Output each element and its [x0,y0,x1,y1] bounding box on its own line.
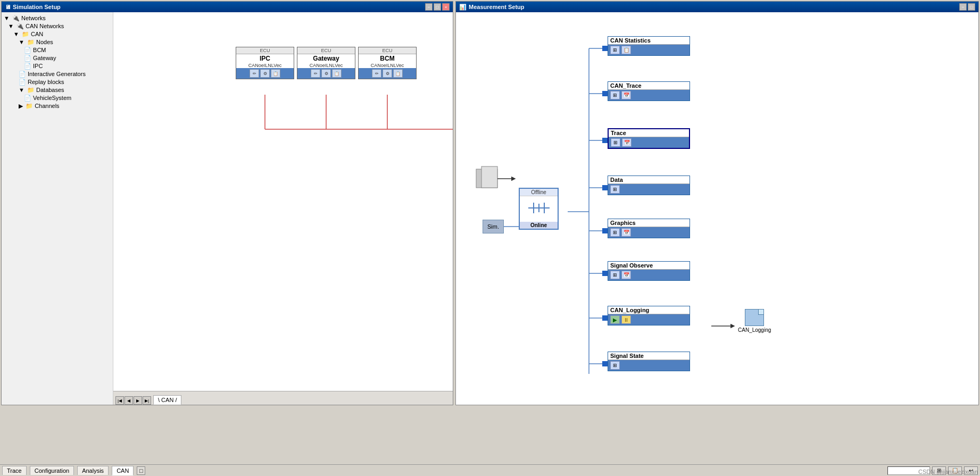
sim-close-btn[interactable]: × [442,3,450,11]
tab-icon-btn[interactable]: □ [137,466,145,475]
can-collapse-icon: ▼ [13,31,19,37]
meas-window-icon: 📊 [459,4,467,11]
sidebar-item-nodes[interactable]: ▼ 📁 Nodes [4,38,111,46]
ecu-ipc-header: ECU [236,47,294,54]
csdn-watermark: CSDN @jianxuezixuan [918,469,978,475]
signal-observe-icons: ⊞ 📅 [608,270,690,280]
signal-state-icon[interactable]: ⊞ [610,361,620,370]
data-table-icon[interactable]: ⊞ [610,185,620,194]
tab-analysis[interactable]: Analysis [77,466,109,475]
ecu-gateway-info-btn[interactable]: 📋 [332,69,342,78]
can-trace-table-icon[interactable]: ⊞ [610,91,620,99]
sim-title-text: 🖥 Simulation Setup [5,4,61,10]
nodes-icon: 📁 [27,39,35,45]
graphics-cal-icon[interactable]: 📅 [621,228,631,237]
nav-next-btn[interactable]: ▶ [134,396,142,405]
windows-row: 🖥 Simulation Setup − □ × ▼ 🔌 Networks [0,0,980,464]
can-stats-table-icon[interactable]: ⊞ [610,46,620,54]
bcm-icon: 📄 [24,47,31,53]
can-logging-play-icon[interactable]: ▶ [610,315,620,324]
measurement-setup-window: 📊 Measurement Setup − □ [455,1,979,405]
statusbar: Trace Configuration Analysis CAN □ ⊞ 📋 ↩ [0,464,980,476]
ecu-ipc-info-btn[interactable]: 📋 [271,69,280,78]
signal-observe-cal-icon[interactable]: 📅 [621,271,631,279]
gateway-icon: 📄 [24,55,31,61]
can-networks-label: CAN Networks [26,23,64,29]
meas-minimize-btn[interactable]: − [959,3,967,11]
sidebar-item-bcm[interactable]: 📄 BCM [4,46,111,54]
ecu-ipc-config-btn[interactable]: ⚙ [260,69,270,78]
interactive-generators-label: Interactive Generators [28,71,86,77]
can-label: CAN [31,31,43,37]
sim-titlebar: 🖥 Simulation Setup − □ × [2,2,453,12]
channels-collapse-icon: ▶ [19,103,23,109]
channels-label: Channels [35,103,59,109]
svg-rect-5 [476,169,497,188]
sidebar-item-gateway[interactable]: 📄 Gateway [4,54,111,62]
conn-dot-signal-observe [602,271,608,276]
data-icons: ⊞ [608,184,690,195]
conn-dot-trace [602,138,608,143]
sim-minimize-btn[interactable]: − [425,3,433,11]
trace-table-icon[interactable]: ⊞ [611,138,620,147]
sidebar-item-channels[interactable]: ▶ 📁 Channels [4,102,111,110]
signal-observe-title: Signal Observe [608,262,690,270]
sim-label: Sim. [487,223,499,230]
graphics-title: Graphics [608,219,690,227]
bcm-label: BCM [33,47,46,53]
sidebar-item-can[interactable]: ▼ 📁 CAN [4,30,111,38]
sidebar-item-can-networks[interactable]: ▼ 🔌 CAN Networks [4,22,111,30]
nav-first-btn[interactable]: |◀ [115,396,124,405]
networks-label: Networks [21,15,46,21]
sim-maximize-btn[interactable]: □ [434,3,441,11]
ecu-ipc-edit-btn[interactable]: ✏ [250,69,259,78]
sidebar-item-vehicle-system[interactable]: 📄 VehicleSystem [4,94,111,102]
sidebar-item-databases[interactable]: ▼ 📁 Databases [4,86,111,94]
can-stats-icons: ⊞ 📋 [608,45,690,55]
tab-trace[interactable]: Trace [2,466,27,475]
sim-label-block[interactable]: Sim. [483,220,504,233]
meas-maximize-btn[interactable]: □ [968,3,975,11]
ecu-gateway-block: ECU Gateway CANoeILNLVec ✏ ⚙ 📋 [297,47,355,79]
ecu-gateway-subtitle: CANoeILNLVec [297,63,355,68]
ecu-bcm-toolbar: ✏ ⚙ 📋 [359,68,416,79]
tab-can-label: \ CAN / [158,397,177,403]
conn-dot-signal-state [602,361,608,366]
can-stats-cal-icon[interactable]: 📋 [621,46,631,54]
can-trace-cal-icon[interactable]: 📅 [621,91,631,99]
tab-trace-label: Trace [7,467,22,474]
conn-dot-data [602,185,608,190]
trace-cal-icon[interactable]: 📅 [622,138,632,147]
svg-rect-6 [481,166,497,188]
nav-prev-btn[interactable]: ◀ [124,396,133,405]
can-networks-icon: 🔌 [16,23,24,29]
graphics-table-icon[interactable]: ⊞ [610,228,620,237]
sidebar-item-replay-blocks[interactable]: 📄 Replay blocks [4,78,111,86]
sidebar-item-networks[interactable]: ▼ 🔌 Networks [4,14,111,22]
ecu-gateway-config-btn[interactable]: ⚙ [321,69,331,78]
meas-block-data: Data ⊞ [608,176,690,195]
conn-dot-can-trace [602,91,608,96]
data-title: Data [608,176,690,184]
mode-block: Offline Online [519,188,559,230]
nav-last-btn[interactable]: ▶| [143,396,151,405]
ecu-bcm-config-btn[interactable]: ⚙ [383,69,392,78]
ecu-bcm-subtitle: CANoeILNLVec [359,63,416,68]
can-folder-icon: 📁 [22,31,29,37]
sim-nav-arrows: |◀ ◀ ▶ ▶| [115,396,151,405]
tab-can[interactable]: \ CAN / [153,395,181,405]
ecu-bcm-edit-btn[interactable]: ✏ [372,69,381,78]
sidebar-item-interactive-generators[interactable]: 📄 Interactive Generators [4,70,111,78]
meas-block-signal-state: Signal State ⊞ [608,352,690,371]
ecu-gateway-edit-btn[interactable]: ✏ [311,69,320,78]
can-logging-pause-icon[interactable]: ⏸ [621,315,631,324]
sim-window-icon: 🖥 [5,4,11,10]
can-stats-title: CAN Statistics [608,37,690,45]
logging-file-label: CAN_Logging [738,327,771,333]
trace-title: Trace [609,129,689,137]
ecu-bcm-info-btn[interactable]: 📋 [393,69,403,78]
tab-can-bottom[interactable]: CAN [112,466,134,475]
signal-observe-table-icon[interactable]: ⊞ [610,271,620,279]
sidebar-item-ipc[interactable]: 📄 IPC [4,62,111,70]
tab-configuration[interactable]: Configuration [30,466,74,475]
